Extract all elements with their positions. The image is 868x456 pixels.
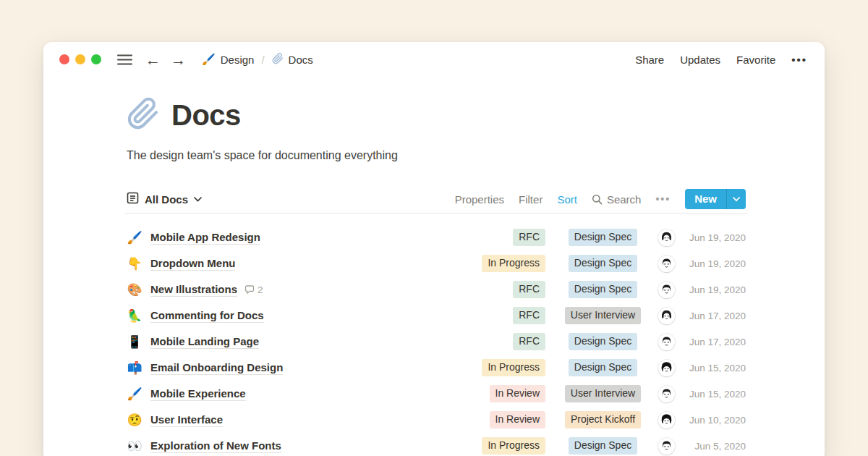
date-value: Jun 10, 2020 — [684, 415, 746, 426]
avatar[interactable] — [658, 334, 675, 350]
doc-title-link[interactable]: Mobile Landing Page — [150, 334, 259, 350]
new-dropdown-button[interactable] — [726, 189, 746, 209]
doc-title-link[interactable]: Mobile Experience — [150, 387, 246, 402]
status-tag[interactable]: In Progress — [482, 359, 545, 376]
date-value: Jun 17, 2020 — [684, 311, 746, 321]
avatar[interactable] — [658, 308, 675, 324]
search-label: Search — [607, 193, 642, 206]
breadcrumb-separator: / — [260, 54, 265, 66]
doc-title-link[interactable]: New Illustrations — [150, 282, 237, 297]
doc-title-link[interactable]: Commenting for Docs — [150, 308, 264, 324]
date-value: Jun 19, 2020 — [684, 284, 746, 295]
search-button[interactable]: Search — [592, 193, 642, 206]
page-subtitle[interactable]: The design team's space for documenting … — [127, 149, 398, 162]
paperclip-icon-large[interactable] — [127, 97, 160, 133]
avatar[interactable] — [658, 282, 675, 298]
traffic-close-button[interactable] — [59, 54, 69, 64]
avatar[interactable] — [658, 412, 675, 428]
properties-button[interactable]: Properties — [455, 193, 504, 206]
avatar[interactable] — [658, 438, 675, 455]
avatar[interactable] — [658, 256, 675, 272]
doc-title-link[interactable]: Exploration of New Fonts — [150, 439, 281, 454]
page-title[interactable]: Docs — [171, 99, 241, 132]
titlebar-actions: Share Updates Favorite ••• — [635, 54, 807, 66]
avatar[interactable] — [658, 229, 675, 246]
menu-icon[interactable] — [117, 54, 132, 65]
page-emoji-icon: 🦜 — [127, 308, 142, 324]
search-icon — [592, 194, 603, 205]
avatar[interactable] — [658, 386, 675, 402]
new-button[interactable]: New — [685, 189, 726, 209]
table-row: 🤨 User Interface In Review Project Kicko… — [127, 407, 746, 433]
breadcrumb-label: Design — [221, 54, 255, 66]
date-value: Jun 19, 2020 — [684, 258, 746, 269]
view-switcher[interactable]: All Docs — [127, 192, 202, 206]
table-row: 👀 Exploration of New Fonts In Progress D… — [127, 433, 746, 456]
status-tag[interactable]: In Progress — [482, 437, 545, 454]
date-value: Jun 15, 2020 — [684, 389, 746, 400]
status-tag[interactable]: In Review — [490, 411, 545, 428]
type-tag[interactable]: Design Spec — [569, 437, 637, 454]
toolbar-divider — [125, 213, 747, 214]
type-tag[interactable]: Project Kickoff — [565, 411, 641, 428]
status-tag[interactable]: RFC — [513, 229, 545, 245]
type-tag[interactable]: Design Spec — [569, 255, 637, 271]
sort-button[interactable]: Sort — [557, 193, 577, 206]
docs-table: 🖌️ Mobile App Redesign RFC Design Spec J… — [127, 224, 746, 456]
doc-title-link[interactable]: Email Onboarding Design — [150, 360, 283, 376]
comment-count[interactable]: 2 — [244, 284, 263, 295]
view-switcher-label: All Docs — [145, 193, 188, 206]
share-button[interactable]: Share — [635, 54, 664, 66]
chevron-down-icon — [733, 197, 740, 202]
table-row: 👇 Dropdown Menu In Progress Design Spec … — [127, 250, 746, 276]
page-emoji-icon: 📫 — [127, 360, 142, 376]
date-value: Jun 5, 2020 — [684, 441, 746, 452]
paintbrush-icon: 🖌️ — [202, 53, 216, 66]
breadcrumb: 🖌️ Design / Docs — [202, 53, 313, 67]
comment-bubble-icon — [244, 285, 255, 295]
type-tag[interactable]: User Interview — [565, 307, 641, 324]
status-tag[interactable]: In Progress — [482, 255, 545, 271]
type-tag[interactable]: Design Spec — [569, 359, 637, 376]
table-row: 🦜 Commenting for Docs RFC User Interview… — [127, 303, 746, 329]
forward-arrow-icon[interactable]: → — [171, 52, 186, 67]
updates-button[interactable]: Updates — [680, 54, 720, 66]
filter-button[interactable]: Filter — [519, 193, 542, 206]
chevron-down-icon — [194, 197, 202, 202]
back-arrow-icon[interactable]: ← — [145, 52, 161, 67]
type-tag[interactable]: Design Spec — [569, 281, 637, 297]
view-toolbar: All Docs Properties Filter Sort Search •… — [127, 187, 746, 211]
traffic-zoom-button[interactable] — [91, 54, 101, 64]
doc-title-link[interactable]: User Interface — [150, 413, 223, 428]
page-emoji-icon: 👀 — [127, 439, 142, 454]
status-tag[interactable]: In Review — [490, 385, 545, 402]
breadcrumb-item-design[interactable]: 🖌️ Design — [202, 53, 254, 66]
new-button-group: New — [685, 189, 746, 209]
more-options-icon[interactable]: ••• — [791, 54, 807, 66]
breadcrumb-item-docs[interactable]: Docs — [272, 53, 313, 67]
date-value: Jun 17, 2020 — [684, 337, 746, 347]
toolbar-more-icon[interactable]: ••• — [655, 193, 671, 205]
page-emoji-icon: 📱 — [127, 334, 142, 350]
document-icon — [127, 192, 139, 206]
avatar[interactable] — [658, 360, 675, 376]
traffic-minimize-button[interactable] — [75, 54, 85, 64]
page-emoji-icon: 🤨 — [127, 413, 142, 428]
paperclip-icon — [272, 53, 284, 67]
type-tag[interactable]: Design Spec — [569, 229, 637, 245]
type-tag[interactable]: User Interview — [565, 385, 641, 402]
status-tag[interactable]: RFC — [513, 333, 545, 350]
page-header: Docs — [127, 97, 241, 133]
status-tag[interactable]: RFC — [513, 307, 545, 324]
table-row: 🖌️ Mobile Experience In Review User Inte… — [127, 381, 746, 407]
doc-title-link[interactable]: Mobile App Redesign — [150, 230, 260, 245]
type-tag[interactable]: Design Spec — [569, 333, 637, 350]
doc-title-link[interactable]: Dropdown Menu — [150, 256, 235, 271]
comment-count-value: 2 — [258, 284, 263, 295]
favorite-button[interactable]: Favorite — [736, 54, 775, 66]
table-row: 🎨 New Illustrations 2 RFC Design Spec Ju… — [127, 276, 746, 303]
page-emoji-icon: 🎨 — [127, 282, 142, 297]
page-emoji-icon: 👇 — [127, 256, 142, 271]
status-tag[interactable]: RFC — [513, 281, 545, 297]
app-window: ← → 🖌️ Design / Docs Share Updates Favor… — [43, 42, 825, 456]
